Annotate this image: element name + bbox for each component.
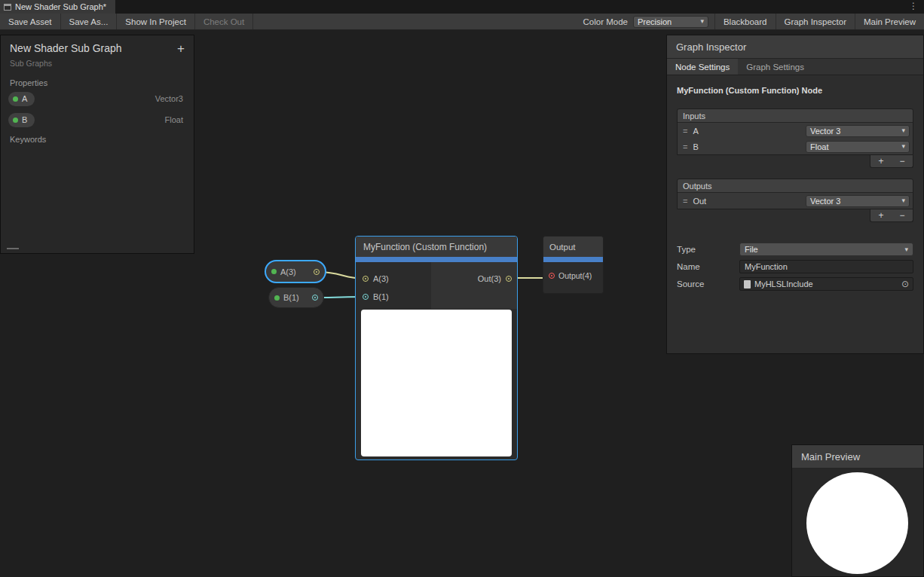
source-value: MyHLSLInclude (754, 279, 813, 288)
blackboard-property-row-a[interactable]: A Vector3 (1, 88, 194, 109)
blackboard-panel: New Shader Sub Graph Sub Graphs + Proper… (0, 35, 194, 254)
add-input-button[interactable]: + (878, 157, 883, 166)
tab-graph-settings[interactable]: Graph Settings (738, 59, 812, 75)
input-b-type-value: Float (810, 142, 828, 151)
drag-handle-icon[interactable]: = (683, 142, 687, 151)
remove-input-button[interactable]: − (899, 157, 904, 166)
tab-graph-settings-label: Graph Settings (746, 63, 804, 72)
remove-output-button[interactable]: − (899, 211, 904, 220)
port-row-a: A(3) (356, 270, 431, 288)
output-out-name: Out (693, 197, 706, 206)
main-preview-body[interactable] (792, 469, 923, 576)
graph-asset-icon (4, 4, 11, 11)
node-output[interactable]: Output Output(4) (543, 236, 604, 294)
main-preview-title: Main Preview (801, 451, 860, 463)
node-output-title-bar[interactable]: Output (543, 237, 603, 257)
input-port-b-label: B(1) (373, 292, 389, 301)
node-myfunction-ports: A(3) B(1) Out(3) (356, 262, 517, 309)
object-picker-icon[interactable]: ⊙ (901, 279, 909, 288)
property-b-type: Float (165, 115, 183, 124)
graph-inspector-toggle-button[interactable]: Graph Inspector (776, 14, 855, 29)
chevron-down-icon: ▾ (901, 127, 905, 134)
drag-handle-icon[interactable]: = (683, 197, 687, 206)
tab-shader-sub-graph[interactable]: New Shader Sub Graph* (0, 0, 115, 14)
type-value: File (745, 245, 758, 254)
graph-inspector-panel: Graph Inspector Node Settings Graph Sett… (666, 35, 924, 354)
drag-handle-icon[interactable]: = (683, 127, 687, 136)
output-out-type-value: Vector 3 (810, 197, 840, 206)
node-myfunction-accent-bar (356, 257, 517, 262)
input-port-a[interactable] (363, 276, 369, 282)
name-input[interactable] (739, 260, 913, 273)
type-dropdown[interactable]: File ▾ (739, 243, 913, 256)
output-port-out[interactable] (506, 276, 512, 282)
inputs-list-header: Inputs (678, 109, 913, 123)
inputs-add-remove: + − (870, 155, 913, 168)
precision-dropdown[interactable]: Precision ▾ (633, 16, 708, 28)
main-preview-panel: Main Preview (791, 444, 924, 577)
save-as-button[interactable]: Save As... (61, 14, 118, 29)
toolbar-right-group: Color Mode Precision ▾ Blackboard Graph … (583, 14, 924, 29)
inputs-list: Inputs = A Vector 3 ▾ = B Float ▾ (677, 108, 913, 155)
main-preview-header: Main Preview (792, 445, 923, 469)
input-b-type-dropdown[interactable]: Float ▾ (806, 141, 910, 153)
chevron-down-icon: ▾ (700, 18, 704, 25)
property-pill-b[interactable]: B (8, 113, 35, 127)
chevron-down-icon: ▾ (901, 197, 905, 204)
blackboard-toggle-button[interactable]: Blackboard (714, 14, 776, 29)
property-a-name: A (22, 94, 27, 103)
property-node-a-output-port[interactable] (314, 269, 320, 275)
node-myfunction-title-bar[interactable]: MyFunction (Custom Function) (356, 237, 517, 257)
property-b-dot (13, 118, 18, 123)
property-a-type: Vector3 (155, 94, 183, 103)
tab-node-settings-label: Node Settings (675, 63, 730, 72)
add-property-button[interactable]: + (177, 42, 185, 55)
property-node-a[interactable]: A(3) (265, 260, 326, 283)
add-output-button[interactable]: + (878, 211, 883, 220)
node-myfunction-input-ports: A(3) B(1) (356, 262, 431, 309)
node-myfunction[interactable]: MyFunction (Custom Function) A(3) B(1) (355, 236, 518, 460)
property-pill-a[interactable]: A (8, 92, 35, 106)
property-node-b[interactable]: B(1) (268, 287, 324, 308)
property-node-b-output-port[interactable] (312, 295, 318, 301)
blackboard-property-row-b[interactable]: B Float (1, 109, 194, 130)
shader-graph-window: A(3) B(1) MyFunction (Custom Function) A… (0, 0, 924, 577)
source-label: Source (677, 279, 739, 288)
chevron-down-icon: ▾ (901, 143, 905, 150)
script-file-icon (744, 280, 751, 288)
input-port-output[interactable] (549, 273, 555, 279)
inputs-list-footer: + − (677, 155, 913, 168)
tab-node-settings[interactable]: Node Settings (667, 59, 738, 75)
outputs-row-out[interactable]: = Out Vector 3 ▾ (678, 193, 913, 209)
node-output-title: Output (549, 243, 576, 252)
selected-node-heading: MyFunction (Custom Function) Node (677, 86, 913, 95)
inputs-row-b[interactable]: = B Float ▾ (678, 139, 913, 154)
graph-inspector-tabs: Node Settings Graph Settings (667, 59, 923, 75)
blackboard-subtitle: Sub Graphs (10, 59, 185, 68)
input-a-name: A (693, 127, 698, 136)
blackboard-title: New Shader Sub Graph (10, 42, 185, 54)
preview-sphere (806, 472, 908, 574)
inputs-row-a[interactable]: = A Vector 3 ▾ (678, 123, 913, 139)
property-a-exposed-dot (271, 269, 277, 274)
output-out-type-dropdown[interactable]: Vector 3 ▾ (806, 195, 910, 207)
input-port-b[interactable] (363, 294, 369, 300)
input-a-type-dropdown[interactable]: Vector 3 ▾ (806, 125, 910, 137)
node-output-accent-bar (543, 257, 603, 262)
property-node-a-label: A(3) (280, 267, 296, 276)
blackboard-resize-handle[interactable] (7, 248, 19, 249)
window-menu-icon[interactable]: ⋮ (909, 1, 918, 11)
outputs-add-remove: + − (870, 209, 913, 222)
graph-inspector-title: Graph Inspector (676, 41, 746, 53)
tab-bar: New Shader Sub Graph* ⋮ (0, 0, 924, 14)
outputs-list: Outputs = Out Vector 3 ▾ (677, 179, 913, 209)
input-port-output-label: Output(4) (558, 271, 592, 280)
main-preview-toggle-button[interactable]: Main Preview (855, 14, 924, 29)
node-myfunction-preview (361, 310, 512, 456)
name-field-row: Name (677, 260, 913, 273)
show-in-project-button[interactable]: Show In Project (117, 14, 195, 29)
save-asset-button[interactable]: Save Asset (0, 14, 61, 29)
source-object-field[interactable]: MyHLSLInclude ⊙ (739, 277, 913, 291)
toolbar: Save Asset Save As... Show In Project Ch… (0, 14, 924, 30)
chevron-down-icon: ▾ (904, 246, 908, 253)
